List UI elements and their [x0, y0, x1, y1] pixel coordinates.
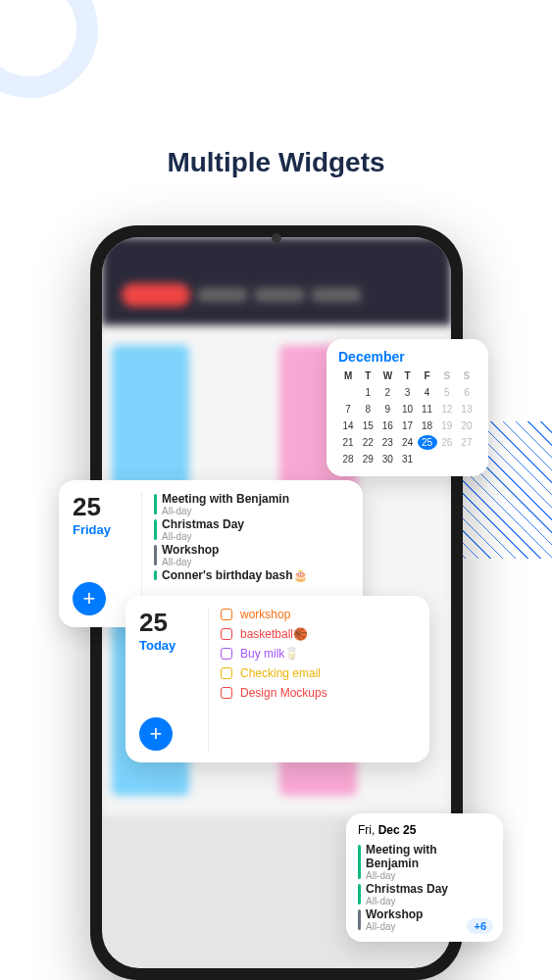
- calendar-header: S: [457, 368, 477, 383]
- calendar-header: T: [358, 368, 377, 383]
- add-todo-button[interactable]: +: [139, 717, 173, 751]
- event-title: Meeting with Benjamin: [162, 492, 349, 506]
- calendar-header: M: [338, 368, 358, 383]
- calendar-day[interactable]: 25: [418, 435, 437, 450]
- decoration-circle: [0, 0, 98, 98]
- calendar-day: [338, 385, 358, 400]
- todo-day-number: 25: [139, 608, 168, 638]
- todo-checkbox[interactable]: [221, 648, 232, 660]
- calendar-day: [457, 452, 477, 466]
- calendar-day[interactable]: 16: [377, 418, 397, 433]
- calendar-day[interactable]: 18: [418, 418, 437, 433]
- event-item[interactable]: Christmas DayAll-day: [358, 882, 491, 906]
- todo-checkbox[interactable]: [221, 687, 232, 699]
- event-item[interactable]: Meeting with BenjaminAll-day: [154, 492, 349, 516]
- calendar-day[interactable]: 11: [418, 402, 437, 416]
- todo-widget[interactable]: 25 Today workshopbasketball🏀Buy milk🥛Che…: [125, 596, 429, 762]
- event-subtitle: All-day: [366, 896, 491, 906]
- todo-checkbox[interactable]: [221, 667, 232, 679]
- calendar-header: F: [418, 368, 437, 383]
- event-color-bar: [358, 884, 361, 905]
- calendar-day[interactable]: 31: [397, 452, 417, 466]
- todo-item[interactable]: Checking email: [221, 666, 416, 680]
- calendar-header: T: [397, 368, 417, 383]
- calendar-day[interactable]: 8: [358, 402, 377, 416]
- calendar-day[interactable]: 14: [338, 418, 358, 433]
- calendar-day[interactable]: 12: [437, 402, 457, 416]
- todo-checkbox[interactable]: [221, 628, 232, 640]
- calendar-day[interactable]: 23: [377, 435, 397, 450]
- add-event-button[interactable]: +: [73, 582, 106, 615]
- calendar-grid: MTWTFSS123456789101112131415161718192021…: [338, 368, 477, 466]
- event-title: Christmas Day: [366, 882, 491, 896]
- calendar-day[interactable]: 2: [377, 385, 397, 400]
- calendar-day[interactable]: 28: [338, 452, 358, 466]
- calendar-day[interactable]: 17: [397, 418, 417, 433]
- event-subtitle: All-day: [162, 557, 349, 567]
- todo-checkbox[interactable]: [221, 609, 232, 620]
- todo-text: Buy milk🥛: [240, 647, 299, 661]
- calendar-day[interactable]: 29: [358, 452, 377, 466]
- calendar-header: S: [437, 368, 457, 383]
- todo-text: Design Mockups: [240, 686, 327, 700]
- event-title: Conner's birthday bash🎂: [162, 568, 349, 582]
- calendar-day[interactable]: 30: [377, 452, 397, 466]
- events-day-number: 25: [73, 492, 101, 522]
- todo-text: basketball🏀: [240, 627, 308, 641]
- event-subtitle: All-day: [162, 531, 349, 542]
- compact-date-bold: Dec 25: [378, 823, 417, 837]
- event-item[interactable]: Conner's birthday bash🎂: [154, 568, 349, 582]
- todo-list: workshopbasketball🏀Buy milk🥛Checking ema…: [208, 608, 416, 751]
- calendar-day[interactable]: 6: [457, 385, 477, 400]
- todo-weekday: Today: [139, 638, 176, 653]
- todo-item[interactable]: workshop: [221, 608, 416, 621]
- event-color-bar: [358, 845, 361, 879]
- calendar-day: [418, 452, 437, 466]
- calendar-day[interactable]: 10: [397, 402, 417, 416]
- event-subtitle: All-day: [366, 870, 491, 881]
- event-item[interactable]: WorkshopAll-day: [154, 543, 349, 567]
- event-title: Workshop: [162, 543, 349, 557]
- more-events-badge[interactable]: +6: [467, 918, 493, 934]
- event-item[interactable]: Christmas DayAll-day: [154, 517, 349, 542]
- calendar-day[interactable]: 20: [457, 418, 477, 433]
- event-color-bar: [358, 909, 361, 930]
- calendar-day[interactable]: 19: [437, 418, 457, 433]
- page-title: Multiple Widgets: [0, 147, 552, 178]
- todo-item[interactable]: basketball🏀: [221, 627, 416, 641]
- todo-item[interactable]: Design Mockups: [221, 686, 416, 700]
- todo-item[interactable]: Buy milk🥛: [221, 647, 416, 661]
- calendar-day[interactable]: 7: [338, 402, 358, 416]
- event-color-bar: [154, 494, 157, 514]
- calendar-day[interactable]: 15: [358, 418, 377, 433]
- calendar-day[interactable]: 21: [338, 435, 358, 450]
- event-color-bar: [154, 519, 157, 540]
- calendar-day[interactable]: 27: [457, 435, 477, 450]
- calendar-day[interactable]: 5: [437, 385, 457, 400]
- calendar-widget[interactable]: December MTWTFSS123456789101112131415161…: [326, 339, 488, 476]
- event-subtitle: All-day: [162, 506, 349, 516]
- calendar-day[interactable]: 13: [457, 402, 477, 416]
- todo-text: Checking email: [240, 666, 321, 680]
- compact-date: Fri, Dec 25: [358, 823, 491, 837]
- plus-icon: +: [150, 721, 163, 747]
- compact-events-widget[interactable]: Fri, Dec 25 Meeting with BenjaminAll-day…: [346, 813, 503, 942]
- calendar-day[interactable]: 3: [397, 385, 417, 400]
- calendar-day: [437, 452, 457, 466]
- calendar-day[interactable]: 26: [437, 435, 457, 450]
- event-color-bar: [154, 545, 157, 565]
- calendar-day[interactable]: 24: [397, 435, 417, 450]
- calendar-day[interactable]: 1: [358, 385, 377, 400]
- events-weekday: Friday: [73, 522, 111, 537]
- plus-icon: +: [83, 586, 96, 612]
- calendar-day[interactable]: 4: [418, 385, 437, 400]
- event-title: Christmas Day: [162, 517, 349, 531]
- calendar-day[interactable]: 9: [377, 402, 397, 416]
- calendar-month-label: December: [338, 349, 477, 365]
- event-item[interactable]: Meeting with BenjaminAll-day: [358, 843, 491, 881]
- phone-camera: [272, 233, 281, 243]
- todo-text: workshop: [240, 608, 290, 621]
- event-color-bar: [154, 570, 157, 580]
- calendar-day[interactable]: 22: [358, 435, 377, 450]
- calendar-header: W: [377, 368, 397, 383]
